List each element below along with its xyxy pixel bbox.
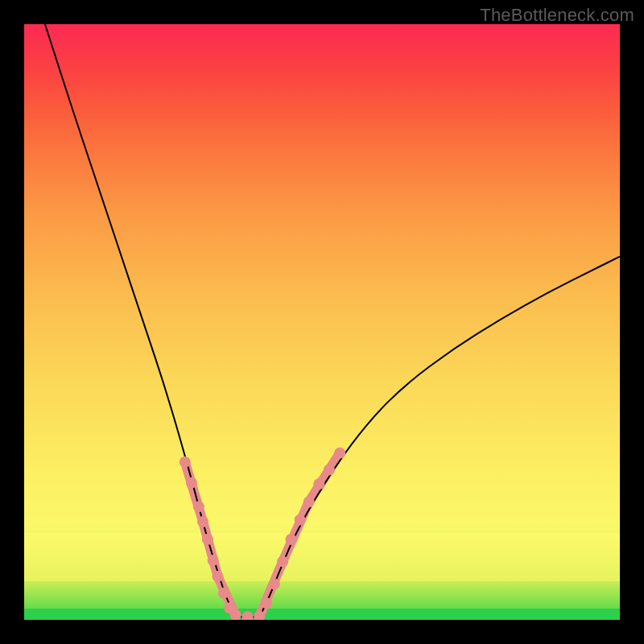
- marker-left-dots-6: [213, 571, 224, 582]
- chart-svg: [24, 24, 620, 620]
- marker-left-dots-1: [186, 477, 197, 489]
- marker-right-dots-5: [295, 514, 306, 526]
- marker-left-dots-3: [197, 516, 208, 527]
- watermark-text: TheBottleneck.com: [480, 5, 634, 26]
- marker-left-dots-0: [180, 456, 191, 468]
- marker-right-dots-8: [324, 464, 335, 476]
- marker-left-dots-2: [193, 501, 204, 512]
- marker-right-dots-9: [334, 448, 345, 459]
- marker-right-dots-3: [277, 556, 288, 568]
- marker-left-dots-7: [218, 588, 229, 599]
- curves-group: [45, 24, 620, 617]
- marker-right-dots-2: [269, 579, 280, 590]
- curve-right-curve: [259, 257, 620, 617]
- plot-area: [24, 24, 620, 620]
- marker-left-dots-10: [242, 611, 254, 620]
- marker-right-dots-1: [261, 597, 272, 609]
- marker-right-dots-4: [286, 534, 297, 545]
- stage: TheBottleneck.com: [0, 0, 644, 644]
- marker-right-dots-6: [303, 497, 315, 508]
- marker-left-dots-5: [208, 555, 219, 566]
- marker-left-dots-4: [202, 534, 213, 545]
- marker-right-dots-7: [313, 478, 324, 489]
